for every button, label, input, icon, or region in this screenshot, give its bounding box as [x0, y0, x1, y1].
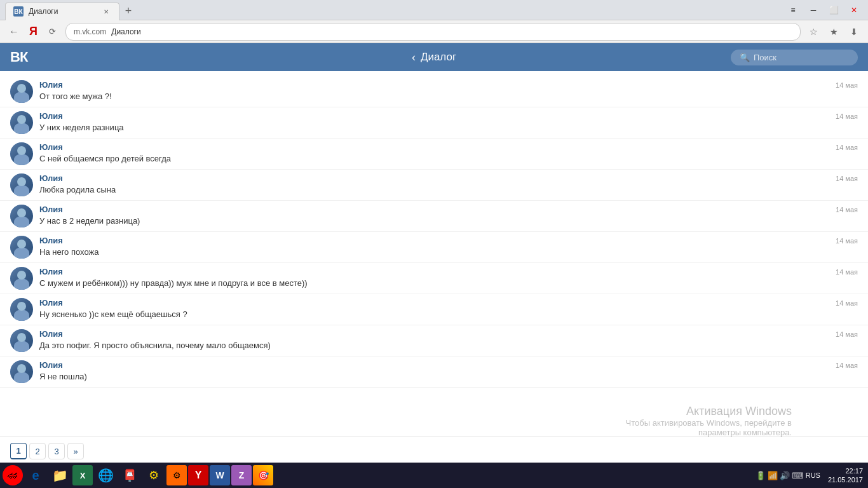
time-display: 22:17: [828, 466, 863, 475]
taskbar-time: 22:17 21.05.2017: [828, 466, 863, 485]
taskbar-z-icon[interactable]: Z: [231, 465, 252, 485]
message-item: Юлия 14 мая У них неделя разница: [0, 107, 868, 139]
message-header: Юлия 14 мая: [39, 205, 858, 214]
wifi-icon: 📶: [768, 471, 778, 480]
back-arrow-button[interactable]: ‹: [412, 51, 416, 64]
volume-icon: 🔊: [780, 471, 790, 480]
system-tray: 🔋 📶 🔊 ⌨ RUS: [750, 471, 825, 480]
message-text: На него похожа: [39, 247, 858, 258]
taskbar-ie-icon[interactable]: e: [24, 464, 47, 487]
page-button-1[interactable]: 1: [10, 443, 27, 459]
date-display: 21.05.2017: [828, 475, 863, 484]
taskbar-browser-icon[interactable]: 🌐: [94, 464, 117, 487]
back-button[interactable]: ←: [5, 23, 23, 41]
avatar: [10, 142, 33, 165]
window-controls: ≡ ─ ⬜ ✕: [784, 4, 863, 17]
message-header: Юлия 14 мая: [39, 360, 858, 370]
message-item: Юлия 14 мая С мужем и ребёнком))) ну пра…: [0, 263, 868, 294]
message-sender: Юлия: [39, 236, 63, 245]
message-time: 14 мая: [836, 144, 858, 151]
window-restore-button[interactable]: ⬜: [825, 4, 843, 17]
search-placeholder: Поиск: [754, 53, 776, 62]
message-time: 14 мая: [836, 112, 858, 120]
message-content: Юлия 14 мая От того же мужа ?!: [39, 80, 858, 102]
search-icon: 🔍: [740, 53, 750, 62]
message-item: Юлия 14 мая От того же мужа ?!: [0, 76, 868, 107]
taskbar-right: 🔋 📶 🔊 ⌨ RUS 22:17 21.05.2017: [750, 466, 865, 485]
avatar: [10, 111, 33, 134]
message-item: Юлия 14 мая С ней общаемся про детей все…: [0, 139, 868, 170]
message-time: 14 мая: [836, 81, 858, 89]
page-button-»[interactable]: »: [67, 443, 84, 459]
message-content: Юлия 14 мая Ну ясненько ))с кем ещё обща…: [39, 298, 858, 320]
message-sender: Юлия: [39, 173, 63, 183]
message-content: Юлия 14 мая С ней общаемся про детей все…: [39, 142, 858, 165]
taskbar-yandex-icon[interactable]: Y: [188, 465, 208, 485]
message-item: Юлия 14 мая У нас в 2 недели разница): [0, 201, 868, 232]
yandex-logo: Я: [27, 25, 40, 38]
message-content: Юлия 14 мая С мужем и ребёнком))) ну пра…: [39, 267, 858, 289]
window-close-button[interactable]: ✕: [845, 4, 863, 17]
message-item: Юлия 14 мая Да это пофиг. Я просто объяс…: [0, 325, 868, 356]
download-icon[interactable]: ⬇: [845, 23, 863, 41]
message-text: У нас в 2 недели разница): [39, 215, 858, 227]
page-button-3[interactable]: 3: [48, 443, 65, 459]
taskbar-other-icon[interactable]: 🎯: [253, 465, 273, 485]
dialog-nav: ‹ Диалог: [412, 51, 456, 64]
taskbar-mail-icon[interactable]: 📮: [118, 464, 141, 487]
vk-header: ВК ‹ Диалог 🔍 Поиск: [0, 43, 868, 71]
message-sender: Юлия: [39, 80, 63, 90]
taskbar-folder-icon[interactable]: 📁: [48, 464, 71, 487]
taskbar-settings2-icon[interactable]: ⚙: [166, 465, 187, 485]
message-sender: Юлия: [39, 142, 63, 152]
tab-favicon: ВК: [13, 6, 24, 17]
window-menu-button[interactable]: ≡: [784, 4, 802, 17]
message-header: Юлия 14 мая: [39, 173, 858, 183]
message-header: Юлия 14 мая: [39, 329, 858, 339]
tab-close-button[interactable]: ✕: [101, 6, 111, 17]
taskbar-ferrari-icon[interactable]: 🏎: [3, 465, 23, 485]
page-button-2[interactable]: 2: [29, 443, 46, 459]
search-box[interactable]: 🔍 Поиск: [731, 50, 858, 65]
address-bar: ← Я ⟳ m.vk.com Диалоги ☆ ★ ⬇: [0, 20, 868, 43]
reload-button[interactable]: ⟳: [44, 23, 62, 41]
star-icon[interactable]: ★: [825, 23, 843, 41]
message-text: От того же мужа ?!: [39, 91, 858, 102]
avatar: [10, 80, 33, 103]
address-input[interactable]: m.vk.com Диалоги: [65, 23, 801, 41]
vk-logo: ВК: [10, 49, 27, 65]
message-content: Юлия 14 мая Любка родила сына: [39, 173, 858, 196]
bookmark-icon[interactable]: ☆: [804, 23, 822, 41]
browser-tab[interactable]: ВК Диалоги ✕: [5, 3, 119, 20]
taskbar: 🏎 e 📁 X 🌐 📮 ⚙ ⚙ Y W Z 🎯 🔋 📶 🔊 ⌨ RUS 22:1…: [0, 463, 868, 488]
message-content: Юлия 14 мая На него похожа: [39, 236, 858, 258]
lang-indicator: RUS: [806, 471, 820, 479]
avatar: [10, 173, 33, 196]
taskbar-word-icon[interactable]: W: [210, 465, 230, 485]
message-time: 14 мая: [836, 268, 858, 276]
window-minimize-button[interactable]: ─: [804, 4, 822, 17]
message-time: 14 мая: [836, 206, 858, 214]
browser-actions: ☆ ★ ⬇: [804, 23, 863, 41]
message-time: 14 мая: [836, 237, 858, 245]
message-item: Юлия 14 мая Ну ясненько ))с кем ещё обща…: [0, 294, 868, 325]
message-header: Юлия 14 мая: [39, 142, 858, 152]
address-url: m.vk.com: [74, 27, 106, 36]
avatar: [10, 236, 33, 259]
main-content: ВК ‹ Диалог 🔍 Поиск Юлия 14 мая От того …: [0, 43, 868, 488]
battery-icon: 🔋: [756, 471, 766, 480]
avatar: [10, 360, 33, 383]
message-time: 14 мая: [836, 330, 858, 338]
browser-title-bar: ВК Диалоги ✕ + ≡ ─ ⬜ ✕: [0, 0, 868, 20]
new-tab-button[interactable]: +: [119, 3, 137, 20]
tab-title: Диалоги: [29, 7, 58, 16]
taskbar-excel-icon[interactable]: X: [72, 465, 93, 485]
taskbar-settings-icon[interactable]: ⚙: [142, 464, 165, 487]
message-content: Юлия 14 мая У нас в 2 недели разница): [39, 205, 858, 227]
message-item: Юлия 14 мая Любка родила сына: [0, 170, 868, 201]
message-text: Да это пофиг. Я просто объяснила, почему…: [39, 340, 858, 351]
message-item: Юлия 14 мая На него похожа: [0, 232, 868, 263]
message-content: Юлия 14 мая Да это пофиг. Я просто объяс…: [39, 329, 858, 351]
address-page: Диалоги: [111, 27, 140, 36]
message-time: 14 мая: [836, 362, 858, 369]
